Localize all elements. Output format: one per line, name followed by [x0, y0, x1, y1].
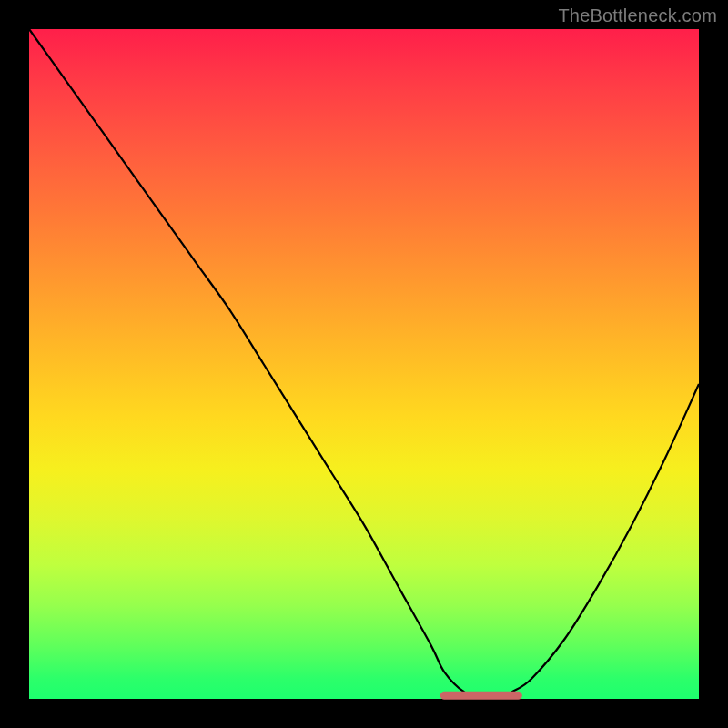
chart-frame: TheBottleneck.com [0, 0, 728, 728]
plot-area [29, 29, 699, 699]
watermark-text: TheBottleneck.com [558, 5, 717, 26]
curve-svg [29, 29, 699, 699]
bottleneck-curve [29, 29, 699, 700]
